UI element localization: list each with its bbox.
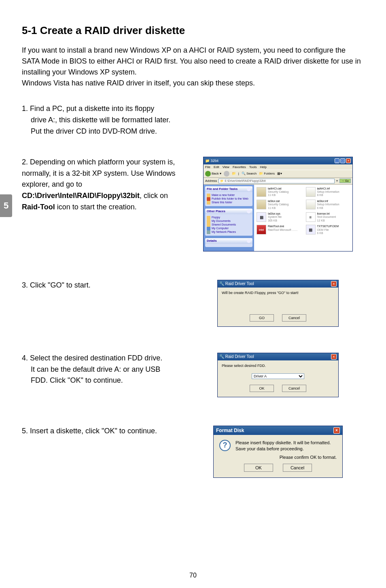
file-item[interactable]: ≡license.txtText Document12 KB [306,212,350,222]
step-2-post: icon to start the creation. [55,203,137,211]
step-1-line1: 1. Find a PC, put a diskette into its fl… [22,103,184,115]
step-2-tool: Raid-Tool [22,203,55,211]
dialog-message: Please select desired FDD. [222,364,334,368]
explorer-sidebar: File and Folder Tasks Make a new folder … [204,185,254,251]
cancel-button[interactable]: Cancel [282,314,306,322]
explorer-window: 📁 32bit _ □ × File Edit View Favorites T… [203,157,353,251]
place-mydocs[interactable]: My Documents [207,219,251,223]
ok-button[interactable]: OK [244,464,273,472]
question-icon: ? [219,440,231,451]
step-4-line2: It can be the default drive A: or any US… [22,364,184,375]
cat-icon [257,200,266,209]
intro-paragraph: If you want to install a brand new Windo… [22,45,364,89]
details-title: Details [207,239,217,243]
close-button[interactable]: × [333,427,340,434]
file-item[interactable]: iaStor.catSecurity Catalog11 KB [257,200,301,210]
file-item[interactable]: iaAHCI.catSecurity Catalog11 KB [257,187,301,197]
cancel-button[interactable]: Cancel [282,385,306,392]
file-pane: iaAHCI.catSecurity Catalog11 KB iaAHCI.i… [254,185,352,251]
explorer-menubar: File Edit View Favorites Tools Help [204,164,352,170]
explorer-titlebar: 📁 32bit _ □ × [204,157,352,164]
step-1-line3: Put the driver CD into DVD-ROM drive. [22,126,184,137]
chapter-tab: 5 [0,194,12,217]
step-2: 2. Depending on which platform your syst… [22,157,364,251]
menu-file[interactable]: File [205,165,210,169]
folders-button[interactable]: 📁 Folders [259,172,275,175]
close-button[interactable]: × [346,158,351,163]
collapse-icon[interactable] [247,187,251,191]
exe-icon: intel [257,225,266,234]
step-2-mid: , click on [140,192,168,200]
menu-tools[interactable]: Tools [249,165,257,169]
address-label: Address [205,179,217,183]
raid-tool-dialog-fdd: 🔧 Raid Driver Tool× Please select desire… [217,353,339,397]
step-2-text: 2. Depending on which platform your syst… [22,157,192,213]
fdd-select[interactable]: Driver A [252,373,304,379]
minimize-button[interactable]: _ [335,158,339,163]
step-5: 5. Insert a diskette, click "OK" to cont… [22,426,364,478]
task-new-folder[interactable]: Make a new folder [207,193,251,197]
step-1-line2: drive A:, this diskette will be formatte… [22,115,184,126]
close-button[interactable]: × [331,354,337,360]
menu-edit[interactable]: Edit [214,165,219,169]
inf-icon [306,187,316,197]
format-disk-dialog: Format Disk× ? Please insert floppy disk… [213,426,343,478]
back-button[interactable]: Back ▾ [205,171,221,177]
go-button[interactable]: GO [250,314,274,322]
places-title: Other Places [207,209,225,213]
menu-view[interactable]: View [223,165,229,169]
file-item[interactable]: iaAHCI.infSetup Information8 KB [306,187,350,197]
expand-icon[interactable] [247,239,251,243]
tasks-title: File and Folder Tasks [207,187,238,191]
place-floppy[interactable]: Floppy [207,215,251,219]
dialog-title: 🔧 Raid Driver Tool [219,354,254,359]
page-number: 70 [0,572,386,579]
step-4-line3: FDD. Click "OK" to continue. [22,375,184,386]
explorer-toolbar: Back ▾ 📁 | 🔍 Search 📁 Folders ▦▾ [204,170,352,178]
menu-favorites[interactable]: Favorites [233,165,246,169]
step-3-text: 3. Click "GO" to start. [22,280,192,291]
place-shared[interactable]: Shared Documents [207,223,251,226]
sys-icon: ▦ [257,212,266,222]
dialog-title: 🔧 Raid Driver Tool [219,281,254,286]
place-network[interactable]: My Network Places [207,230,251,234]
dialog-confirm-text: Please confirm OK to format. [219,455,337,460]
dialog-message: Will be create RAID Floppy, press "GO" t… [222,291,334,295]
address-input[interactable]: 📁 E:\Driver\Intel\RAID\Floppy\32bit [218,179,334,183]
collapse-icon[interactable] [247,209,251,213]
dialog-message: Please insert floppy diskette. It will b… [235,440,331,452]
go-button[interactable]: → Go [339,179,351,183]
place-mycomputer[interactable]: My Computer [207,226,251,230]
places-panel: Other Places Floppy My Documents Shared … [205,209,252,236]
task-share[interactable]: Share this folder [207,200,251,204]
inf-icon [306,200,316,209]
file-item[interactable]: intelRaidTool.exeRaidTool Microsoft …… [257,225,301,235]
forward-button[interactable] [224,171,229,177]
details-panel: Details [205,238,252,247]
dialog-title: Format Disk [216,428,244,433]
tasks-panel: File and Folder Tasks Make a new folder … [205,186,252,206]
step-3: 3. Click "GO" to start. 🔧 Raid Driver To… [22,280,364,328]
file-item[interactable]: ▦IaStor.sysSystem file305 KB [257,212,301,222]
up-button[interactable]: 📁 [232,172,236,175]
explorer-title: 📁 32bit [205,159,218,163]
file-item[interactable]: ▦TXTSETUP.OEMOEM File6 KB [306,225,350,235]
maximize-button[interactable]: □ [340,158,345,163]
menu-help[interactable]: Help [260,165,266,169]
step-4: 4. Select the desired destination FDD dr… [22,353,364,401]
raid-tool-dialog-go: 🔧 Raid Driver Tool× Will be create RAID … [217,280,339,327]
cat-icon [257,187,266,197]
cancel-button[interactable]: Cancel [283,464,312,472]
step-2-pre: 2. Depending on which platform your syst… [22,158,175,189]
oem-icon: ▦ [306,225,316,234]
step-5-text: 5. Insert a diskette, click "OK" to cont… [22,426,192,437]
txt-icon: ≡ [306,212,316,222]
explorer-addressbar: Address 📁 E:\Driver\Intel\RAID\Floppy\32… [204,178,352,185]
step-1: 1. Find a PC, put a diskette into its fl… [22,103,364,137]
search-button[interactable]: 🔍 Search [242,172,257,175]
ok-button[interactable]: OK [250,385,274,392]
views-button[interactable]: ▦▾ [277,172,282,175]
task-publish[interactable]: Publish this folder to the Web [207,197,251,200]
file-item[interactable]: iaStor.infSetup Information6 KB [306,200,350,210]
close-button[interactable]: × [331,281,337,287]
